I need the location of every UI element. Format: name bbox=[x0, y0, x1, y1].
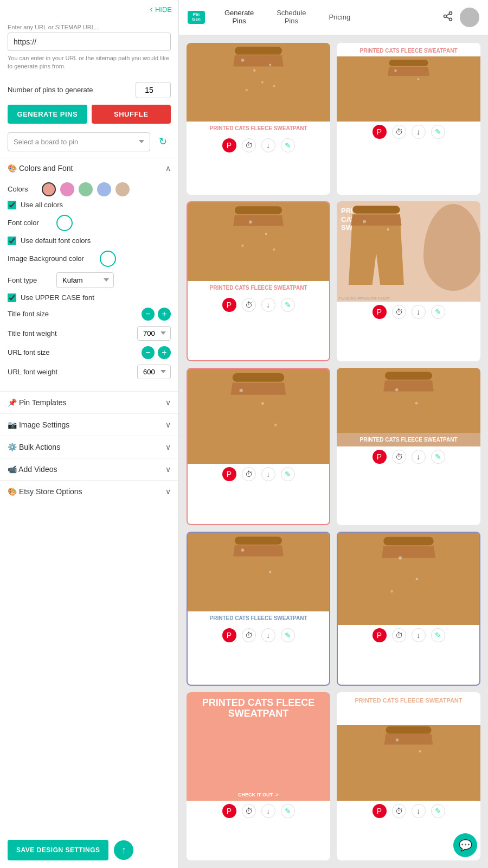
schedule-btn-3[interactable]: ⏱ bbox=[242, 298, 256, 312]
font-type-select[interactable]: Kufam Roboto Open Sans bbox=[56, 272, 114, 288]
pinterest-btn-7[interactable]: P bbox=[222, 628, 236, 642]
add-videos-header[interactable]: 📹 Add Videos ∨ bbox=[0, 458, 178, 480]
shuffle-button[interactable]: SHUFFLE bbox=[92, 105, 171, 124]
color-coral[interactable] bbox=[42, 182, 56, 196]
download-btn-9[interactable]: ↓ bbox=[261, 804, 275, 818]
pinterest-btn-4[interactable]: P bbox=[373, 305, 387, 319]
download-btn-3[interactable]: ↓ bbox=[261, 298, 275, 312]
edit-btn-1[interactable]: ✎ bbox=[281, 138, 295, 152]
pin-card-9[interactable]: PRINTED CATS FLEECE SWEATPANT CHECK IT O… bbox=[187, 692, 330, 860]
edit-btn-2[interactable]: ✎ bbox=[431, 125, 445, 139]
edit-btn-3[interactable]: ✎ bbox=[281, 298, 295, 312]
save-design-button[interactable]: SAVE DESIGN SETTINGS bbox=[8, 840, 108, 860]
colors-font-header[interactable]: 🎨 Colors and Font ∧ bbox=[0, 157, 178, 179]
pin-title-1: PRINTED CATS FLEECE SWEATPANT bbox=[190, 125, 327, 132]
svg-point-32 bbox=[241, 548, 245, 552]
edit-btn-9[interactable]: ✎ bbox=[281, 804, 295, 818]
pin-card-1[interactable]: PRINTED CATS FLEECE SWEATPANT P ⏱ ↓ ✎ bbox=[187, 43, 330, 195]
hide-button[interactable]: HIDE bbox=[150, 4, 172, 14]
pin-card-6[interactable]: PRINTED CATS FLEECE SWEATPANT P ⏱ ↓ ✎ bbox=[337, 368, 480, 525]
chat-button[interactable]: 💬 bbox=[453, 833, 477, 857]
pin-templates-header[interactable]: 📌 Pin Templates ∨ bbox=[0, 392, 178, 413]
use-all-colors-checkbox[interactable] bbox=[8, 201, 16, 209]
download-btn-5[interactable]: ↓ bbox=[261, 467, 275, 481]
url-input[interactable] bbox=[8, 33, 171, 51]
pin-card-5[interactable]: P ⏱ ↓ ✎ bbox=[187, 368, 330, 525]
edit-btn-4[interactable]: ✎ bbox=[431, 305, 445, 319]
pinterest-btn-9[interactable]: P bbox=[222, 804, 236, 818]
download-btn-7[interactable]: ↓ bbox=[261, 628, 275, 642]
pinterest-btn-2[interactable]: P bbox=[373, 125, 387, 139]
download-btn-2[interactable]: ↓ bbox=[412, 125, 426, 139]
download-btn-10[interactable]: ↓ bbox=[412, 804, 426, 818]
pin-band-6: PRINTED CATS FLEECE SWEATPANT bbox=[337, 433, 480, 446]
tab-pricing[interactable]: Pricing bbox=[320, 9, 359, 27]
color-green[interactable] bbox=[79, 182, 93, 196]
pin-card-2[interactable]: PRINTED CATS FLEECE SWEATPANT P ⏱ ↓ ✎ bbox=[337, 43, 480, 195]
use-default-font-colors-checkbox[interactable] bbox=[8, 237, 16, 245]
edit-btn-7[interactable]: ✎ bbox=[281, 628, 295, 642]
pin-image-2 bbox=[337, 56, 480, 122]
pinterest-btn-6[interactable]: P bbox=[373, 450, 387, 464]
download-btn-8[interactable]: ↓ bbox=[412, 628, 426, 642]
bg-color-picker[interactable] bbox=[100, 251, 116, 267]
url-font-weight-select[interactable]: 600 400 700 bbox=[137, 365, 171, 379]
pin-title-area-7: PRINTED CATS FLEECE SWEATPANT bbox=[188, 611, 329, 625]
pinterest-btn-1[interactable]: P bbox=[222, 138, 236, 152]
refresh-boards-button[interactable]: ↻ bbox=[155, 133, 171, 150]
pin-card-4[interactable]: PRINTED CATS FLEECE SWEATPANT PG-DEV-2.M… bbox=[337, 201, 480, 361]
schedule-btn-7[interactable]: ⏱ bbox=[242, 628, 256, 642]
pin-card-3[interactable]: PRINTED CATS FLEECE SWEATPANT P ⏱ ↓ ✎ bbox=[187, 201, 330, 361]
etsy-store-header[interactable]: 🎨 Etsy Store Options ∨ bbox=[0, 481, 178, 502]
pinterest-btn-10[interactable]: P bbox=[373, 804, 387, 818]
download-btn-1[interactable]: ↓ bbox=[261, 138, 275, 152]
tab-generate-pins[interactable]: Generate Pins bbox=[216, 4, 262, 30]
schedule-btn-1[interactable]: ⏱ bbox=[242, 138, 256, 152]
schedule-btn-5[interactable]: ⏱ bbox=[242, 467, 256, 481]
schedule-btn-2[interactable]: ⏱ bbox=[392, 125, 406, 139]
tab-schedule-pins[interactable]: Schedule Pins bbox=[268, 4, 314, 30]
title-font-size-plus[interactable]: + bbox=[158, 308, 171, 321]
download-btn-4[interactable]: ↓ bbox=[412, 305, 426, 319]
share-button[interactable] bbox=[442, 11, 453, 24]
title-font-size-minus[interactable]: − bbox=[142, 308, 155, 321]
upload-button[interactable]: ↑ bbox=[114, 840, 133, 860]
color-tan[interactable] bbox=[115, 182, 130, 196]
board-select[interactable]: Select a board to pin bbox=[8, 132, 150, 151]
user-avatar[interactable] bbox=[460, 8, 479, 27]
schedule-btn-8[interactable]: ⏱ bbox=[392, 628, 406, 642]
download-btn-6[interactable]: ↓ bbox=[412, 450, 426, 464]
image-settings-header[interactable]: 📷 Image Settings ∨ bbox=[0, 414, 178, 436]
url-font-size-plus[interactable]: + bbox=[158, 346, 171, 359]
font-color-picker[interactable] bbox=[56, 215, 73, 231]
color-blue[interactable] bbox=[97, 182, 111, 196]
title-font-size-label: Title font size bbox=[8, 310, 49, 318]
edit-btn-5[interactable]: ✎ bbox=[281, 467, 295, 481]
pin-actions-4: P ⏱ ↓ ✎ bbox=[337, 302, 480, 322]
pinterest-btn-3[interactable]: P bbox=[222, 298, 236, 312]
color-pink[interactable] bbox=[60, 182, 74, 196]
svg-point-11 bbox=[246, 89, 248, 91]
schedule-btn-10[interactable]: ⏱ bbox=[392, 804, 406, 818]
use-uppercase-checkbox[interactable] bbox=[8, 293, 16, 302]
bulk-actions-header[interactable]: ⚙️ Bulk Actions ∨ bbox=[0, 436, 178, 458]
schedule-btn-9[interactable]: ⏱ bbox=[242, 804, 256, 818]
pinterest-btn-5[interactable]: P bbox=[222, 467, 236, 481]
pin-pants-4 bbox=[337, 202, 416, 299]
url-font-weight-row: URL font weight 600 400 700 bbox=[8, 365, 171, 379]
schedule-btn-4[interactable]: ⏱ bbox=[392, 305, 406, 319]
generate-pins-button[interactable]: GENERATE PINS bbox=[8, 105, 87, 124]
schedule-btn-6[interactable]: ⏱ bbox=[392, 450, 406, 464]
pin-card-8[interactable]: P ⏱ ↓ ✎ bbox=[337, 532, 480, 686]
add-videos-label: 📹 Add Videos bbox=[8, 465, 57, 474]
url-font-size-minus[interactable]: − bbox=[142, 346, 155, 359]
edit-btn-10[interactable]: ✎ bbox=[431, 804, 445, 818]
edit-btn-6[interactable]: ✎ bbox=[431, 450, 445, 464]
pins-count-input[interactable] bbox=[136, 82, 171, 98]
pin-card-7[interactable]: PRINTED CATS FLEECE SWEATPANT P ⏱ ↓ ✎ bbox=[187, 532, 330, 686]
pinterest-btn-8[interactable]: P bbox=[373, 628, 387, 642]
svg-line-4 bbox=[446, 14, 450, 15]
font-color-label: Font color bbox=[8, 219, 51, 227]
edit-btn-8[interactable]: ✎ bbox=[431, 628, 445, 642]
title-font-weight-select[interactable]: 700 400 600 800 bbox=[137, 326, 171, 341]
